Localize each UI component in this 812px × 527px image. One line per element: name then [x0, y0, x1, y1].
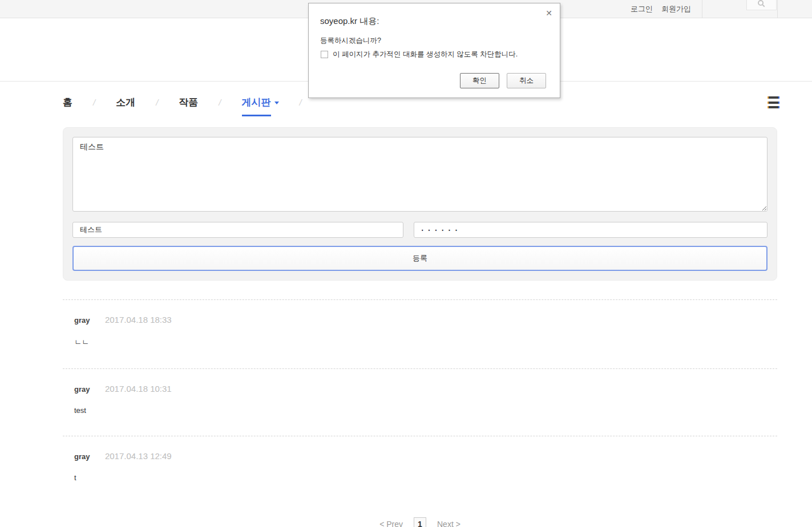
comment-form: 테스트 등록 [63, 127, 777, 281]
comment-item: gray 2017.04.18 10:31 test [63, 368, 777, 436]
comment-item: gray 2017.04.13 12:49 t [63, 436, 777, 501]
hamburger-icon [767, 102, 779, 104]
dialog-checkbox-row: 이 페이지가 추가적인 대화를 생성하지 않도록 차단합니다. [321, 50, 518, 59]
comment-content: ㄴㄴ [74, 337, 766, 347]
comment-list: gray 2017.04.18 18:33 ㄴㄴ gray 2017.04.18… [63, 299, 777, 501]
submit-button[interactable]: 등록 [72, 246, 767, 271]
prev-page-button[interactable]: < Prev [379, 520, 403, 527]
signup-link[interactable]: 회원가입 [661, 4, 691, 14]
search-button[interactable] [746, 0, 777, 10]
nav-item-board-label: 게시판 [242, 97, 271, 116]
cancel-button[interactable]: 취소 [507, 73, 546, 88]
block-dialogs-checkbox[interactable] [321, 51, 328, 58]
comment-author: gray [74, 452, 90, 461]
nav-item-home[interactable]: 홈 [63, 97, 72, 108]
password-input[interactable] [414, 222, 767, 238]
dialog-checkbox-label: 이 페이지가 추가적인 대화를 생성하지 않도록 차단합니다. [333, 50, 518, 59]
browser-confirm-dialog: soyeop.kr 내용: ✕ 등록하시겠습니까? 이 페이지가 추가적인 대화… [308, 3, 560, 98]
name-input[interactable] [72, 222, 403, 238]
nav-item-board[interactable]: 게시판 [242, 97, 279, 116]
next-page-button[interactable]: Next > [437, 520, 460, 527]
comment-form-row [72, 222, 767, 238]
nav-separator: / [156, 97, 158, 108]
comment-content: test [74, 406, 766, 415]
search-icon [757, 0, 766, 10]
comment-textarea[interactable]: 테스트 [72, 137, 767, 212]
comment-author: gray [74, 316, 90, 325]
comment-content: t [74, 473, 766, 482]
chevron-down-icon [274, 102, 279, 104]
pagination: < Prev 1 Next > [63, 517, 777, 527]
comment-item: gray 2017.04.18 18:33 ㄴㄴ [63, 299, 777, 368]
login-link[interactable]: 로그인 [631, 4, 653, 14]
nav-item-about[interactable]: 소개 [116, 97, 135, 108]
dialog-buttons: 확인 취소 [460, 73, 546, 88]
comment-date: 2017.04.13 12:49 [105, 451, 172, 461]
comment-author: gray [74, 385, 90, 394]
hamburger-icon [767, 96, 779, 99]
ok-button[interactable]: 확인 [460, 73, 499, 88]
comment-date: 2017.04.18 10:31 [105, 384, 172, 394]
nav-separator: / [300, 97, 302, 108]
comment-date: 2017.04.18 18:33 [105, 315, 172, 325]
nav-separator: / [93, 97, 95, 108]
topbar-divider [702, 0, 702, 18]
nav-separator: / [219, 97, 221, 108]
topbar-divider [777, 0, 778, 18]
nav-item-works[interactable]: 작품 [179, 97, 198, 108]
board-content: 테스트 등록 gray 2017.04.18 18:33 ㄴㄴ gray 201… [63, 127, 777, 527]
topbar-links: 로그인 회원가입 [631, 0, 691, 18]
nav-list: 홈 / 소개 / 작품 / 게시판 / [63, 97, 812, 116]
menu-toggle-button[interactable] [767, 96, 779, 108]
dialog-title: soyeop.kr 내용: [320, 16, 379, 27]
dialog-message: 등록하시겠습니까? [320, 36, 381, 46]
page-number-1[interactable]: 1 [414, 517, 426, 527]
close-icon[interactable]: ✕ [546, 9, 552, 17]
hamburger-icon [767, 106, 779, 108]
